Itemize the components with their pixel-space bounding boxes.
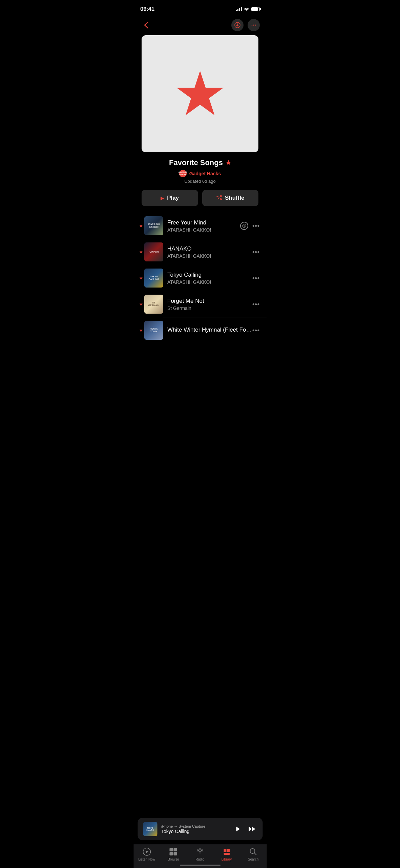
battery-icon (251, 7, 260, 11)
play-icon: ▶ (161, 195, 164, 201)
song-item[interactable]: ★ HANAKO HANAKO ATARASHII GAKKO! ••• (133, 239, 267, 265)
playlist-title: Favorite Songs ★ (142, 158, 258, 167)
svg-point-2 (253, 25, 254, 26)
more-options-button[interactable] (248, 19, 260, 31)
play-button[interactable]: ▶ Play (142, 190, 198, 206)
album-art: ★ (142, 35, 258, 152)
song-download-icon[interactable] (240, 222, 248, 230)
song-item[interactable]: ★ PENTATONIX White Winter Hymnal (Fleet … (133, 317, 267, 343)
svg-point-1 (252, 25, 253, 26)
song-title: White Winter Hymnal (Fleet Foxes Cover) (167, 327, 252, 333)
song-artwork: HANAKO (144, 242, 163, 261)
action-buttons: ▶ Play Shuffle (133, 190, 267, 213)
nav-actions (231, 19, 260, 31)
song-list: ★ ATARASHIIGAKKO! Free Your Mind ATARASH… (133, 213, 267, 343)
song-title: Forget Me Not (167, 298, 252, 304)
author-avatar: GADGETHACKS (179, 170, 187, 177)
song-artist: ATARASHII GAKKO! (167, 279, 252, 285)
song-item[interactable]: ★ STGERMAIN Forget Me Not St Germain ••• (133, 291, 267, 317)
song-details: HANAKO ATARASHII GAKKO! (167, 245, 252, 259)
shuffle-button[interactable]: Shuffle (202, 190, 259, 206)
shuffle-icon (216, 195, 222, 201)
song-details: Tokyo Calling ATARASHII GAKKO! (167, 272, 252, 285)
song-details: White Winter Hymnal (Fleet Foxes Cover) (167, 327, 252, 334)
song-more-icon[interactable]: ••• (252, 275, 260, 282)
song-title: HANAKO (167, 245, 252, 252)
song-actions: ••• (252, 301, 260, 308)
playlist-author[interactable]: GADGETHACKS Gadget Hacks (142, 170, 258, 177)
signal-icon (236, 7, 242, 11)
song-artwork: TOKYOCALLING (144, 269, 163, 288)
song-actions: ••• (252, 275, 260, 282)
song-more-icon[interactable]: ••• (252, 249, 260, 256)
status-bar: 09:41 (133, 0, 267, 16)
song-more-icon[interactable]: ••• (252, 301, 260, 308)
song-star: ★ (138, 276, 144, 280)
playlist-favorite-star: ★ (226, 159, 231, 166)
song-star: ★ (138, 302, 144, 307)
song-artwork: PENTATONIX (144, 321, 163, 340)
nav-bar (133, 16, 267, 35)
playlist-info: Favorite Songs ★ GADGETHACKS Gadget Hack… (133, 158, 267, 190)
song-more-icon[interactable]: ••• (252, 222, 260, 230)
song-artwork: ATARASHIIGAKKO! (144, 216, 163, 235)
song-details: Free Your Mind ATARASHII GAKKO! (167, 219, 240, 233)
status-icons (236, 7, 260, 11)
album-art-container: ★ (133, 35, 267, 152)
shuffle-label: Shuffle (225, 195, 245, 201)
song-artist: ATARASHII GAKKO! (167, 227, 240, 233)
song-actions: ••• (240, 222, 260, 230)
song-item[interactable]: ★ ATARASHIIGAKKO! Free Your Mind ATARASH… (133, 213, 267, 239)
wifi-icon (244, 7, 249, 11)
song-artist: ATARASHII GAKKO! (167, 253, 252, 259)
play-label: Play (167, 195, 179, 201)
song-star: ★ (138, 328, 144, 333)
author-name[interactable]: Gadget Hacks (189, 171, 221, 176)
svg-point-3 (255, 25, 256, 26)
song-star: ★ (138, 250, 144, 254)
song-details: Forget Me Not St Germain (167, 298, 252, 311)
song-actions: ••• (252, 249, 260, 256)
song-title: Free Your Mind (167, 219, 240, 226)
song-more-icon[interactable]: ••• (252, 327, 260, 334)
song-artwork: STGERMAIN (144, 295, 163, 314)
status-time: 09:41 (140, 6, 154, 13)
song-star: ★ (138, 223, 144, 228)
playlist-star-art: ★ (173, 63, 227, 124)
song-artist: St Germain (167, 305, 252, 311)
playlist-updated: Updated 6d ago (142, 179, 258, 184)
song-actions: ••• (252, 327, 260, 334)
song-item[interactable]: ★ TOKYOCALLING Tokyo Calling ATARASHII G… (133, 265, 267, 291)
download-button[interactable] (231, 19, 244, 31)
back-button[interactable] (140, 19, 152, 31)
song-title: Tokyo Calling (167, 272, 252, 278)
